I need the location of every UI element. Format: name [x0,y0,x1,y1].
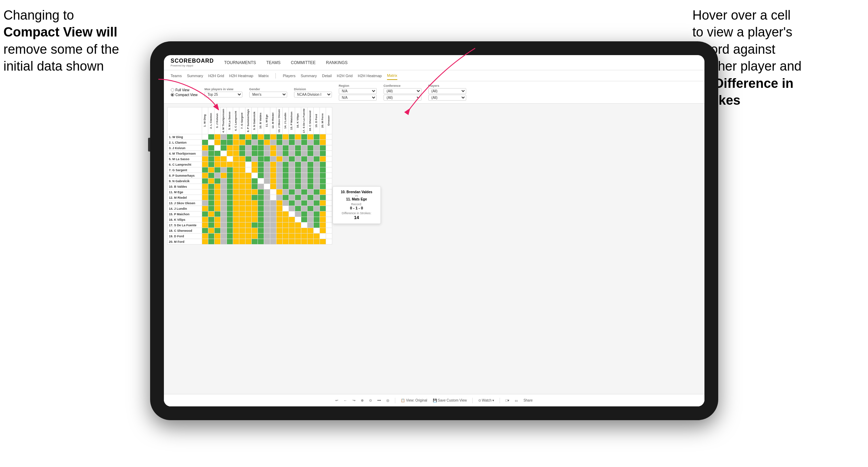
matrix-cell-18-9[interactable] [258,234,264,239]
matrix-cell-2-14[interactable] [289,145,295,151]
matrix-cell-14-14[interactable] [289,211,295,217]
matrix-cell-13-4[interactable] [227,206,233,211]
matrix-cell-14-11[interactable] [270,211,276,217]
matrix-cell-9-0[interactable] [202,184,208,189]
matrix-cell-11-15[interactable] [295,195,301,200]
matrix-cell-7-18[interactable] [313,173,320,178]
matrix-cell-6-17[interactable] [307,167,313,173]
matrix-cell-10-4[interactable] [227,189,233,195]
matrix-cell-12-3[interactable] [220,200,227,206]
matrix-cell-18-6[interactable] [239,234,245,239]
matrix-cell-0-13[interactable] [282,134,289,140]
matrix-cell-10-8[interactable] [251,189,258,195]
matrix-cell-11-4[interactable] [227,195,233,200]
matrix-cell-7-10[interactable] [264,173,270,178]
matrix-cell-12-5[interactable] [233,200,239,206]
matrix-cell-6-10[interactable] [264,167,270,173]
matrix-cell-19-13[interactable] [282,239,289,245]
matrix-cell-11-2[interactable] [214,195,220,200]
matrix-cell-15-9[interactable] [258,217,264,222]
matrix-cell-10-3[interactable] [220,189,227,195]
matrix-cell-19-17[interactable] [307,239,313,245]
matrix-cell-6-5[interactable] [233,167,239,173]
matrix-cell-12-18[interactable] [313,200,320,206]
matrix-cell-19-1[interactable] [208,239,214,245]
matrix-cell-16-2[interactable] [214,222,220,228]
matrix-cell-13-8[interactable] [251,206,258,211]
matrix-cell-10-9[interactable] [258,189,264,195]
matrix-cell-8-11[interactable] [270,178,276,184]
matrix-cell-9-15[interactable] [295,184,301,189]
matrix-cell-1-13[interactable] [282,140,289,145]
matrix-cell-18-10[interactable] [264,234,270,239]
matrix-cell-4-13[interactable] [282,156,289,162]
matrix-cell-13-0[interactable] [202,206,208,211]
matrix-cell-1-10[interactable] [264,140,270,145]
matrix-cell-1-7[interactable] [245,140,251,145]
matrix-cell-18-11[interactable] [270,234,276,239]
matrix-cell-1-18[interactable] [313,140,320,145]
matrix-cell-3-10[interactable] [264,151,270,156]
players-select-2[interactable]: (All) [428,95,466,101]
matrix-cell-4-8[interactable] [251,156,258,162]
matrix-cell-5-10[interactable] [264,162,270,167]
matrix-cell-14-17[interactable] [307,211,313,217]
tab-players[interactable]: Players [283,72,295,80]
matrix-cell-15-6[interactable] [239,217,245,222]
matrix-cell-0-6[interactable] [239,134,245,140]
matrix-cell-17-2[interactable] [214,228,220,234]
matrix-cell-15-10[interactable] [264,217,270,222]
matrix-cell-2-7[interactable] [245,145,251,151]
matrix-cell-16-9[interactable] [258,222,264,228]
matrix-cell-14-15[interactable] [295,211,301,217]
matrix-cell-11-8[interactable] [251,195,258,200]
matrix-cell-19-15[interactable] [295,239,301,245]
gender-select[interactable]: Men's [249,92,287,97]
matrix-cell-8-2[interactable] [214,178,220,184]
matrix-cell-19-4[interactable] [227,239,233,245]
matrix-cell-3-2[interactable] [214,151,220,156]
matrix-cell-0-1[interactable] [208,134,214,140]
matrix-cell-13-5[interactable] [233,206,239,211]
matrix-cell-1-5[interactable] [233,140,239,145]
matrix-cell-19-20[interactable] [326,239,332,245]
matrix-cell-13-6[interactable] [239,206,245,211]
matrix-cell-12-7[interactable] [245,200,251,206]
matrix-cell-11-5[interactable] [233,195,239,200]
matrix-cell-4-11[interactable] [270,156,276,162]
matrix-cell-2-3[interactable] [220,145,227,151]
matrix-cell-13-17[interactable] [307,206,313,211]
matrix-cell-2-10[interactable] [264,145,270,151]
matrix-cell-2-2[interactable] [214,145,220,151]
matrix-cell-3-4[interactable] [227,151,233,156]
matrix-cell-19-19[interactable] [320,239,326,245]
matrix-cell-3-15[interactable] [295,151,301,156]
matrix-cell-16-0[interactable] [202,222,208,228]
matrix-cell-16-5[interactable] [233,222,239,228]
matrix-cell-13-3[interactable] [220,206,227,211]
matrix-cell-11-11[interactable] [270,195,276,200]
matrix-cell-9-8[interactable] [251,184,258,189]
undo-btn[interactable]: ↩ [335,398,338,402]
matrix-cell-12-9[interactable] [258,200,264,206]
matrix-cell-17-7[interactable] [245,228,251,234]
matrix-cell-18-0[interactable] [202,234,208,239]
matrix-cell-17-4[interactable] [227,228,233,234]
matrix-cell-15-1[interactable] [208,217,214,222]
tab-summary-1[interactable]: Summary [187,72,203,80]
matrix-cell-15-16[interactable] [301,217,307,222]
players-select[interactable]: (All) [428,88,466,94]
matrix-cell-12-6[interactable] [239,200,245,206]
conference-select[interactable]: (All) [384,88,421,94]
matrix-cell-11-9[interactable] [258,195,264,200]
matrix-cell-0-20[interactable] [326,134,332,140]
matrix-cell-14-18[interactable] [313,211,320,217]
matrix-cell-1-9[interactable] [258,140,264,145]
matrix-cell-17-8[interactable] [251,228,258,234]
full-view-radio[interactable] [171,88,174,92]
matrix-cell-4-7[interactable] [245,156,251,162]
matrix-cell-0-0[interactable] [202,134,208,140]
matrix-cell-7-4[interactable] [227,173,233,178]
matrix-cell-19-14[interactable] [289,239,295,245]
matrix-cell-19-11[interactable] [270,239,276,245]
